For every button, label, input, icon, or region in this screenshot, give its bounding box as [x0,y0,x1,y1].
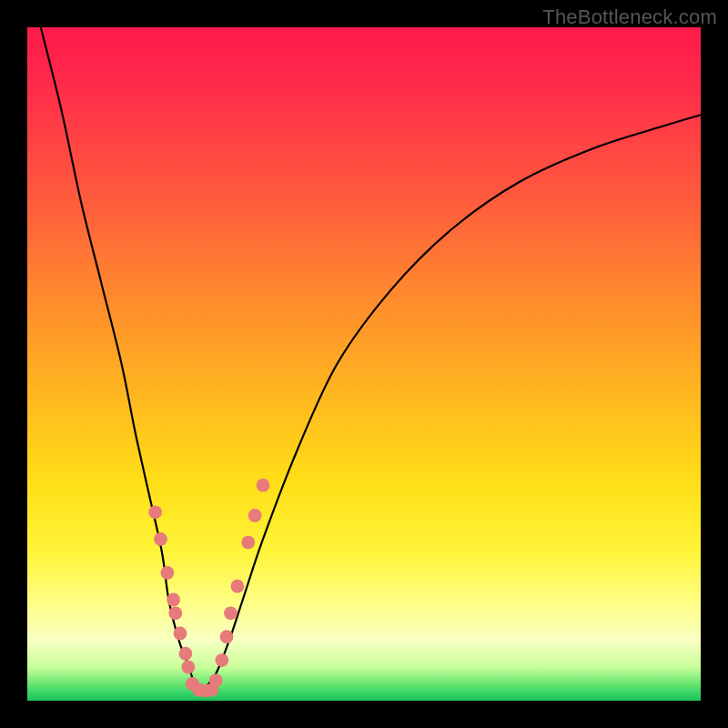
valley-marker [167,593,180,607]
valley-marker [168,606,182,620]
valley-marker [174,627,187,641]
valley-marker [241,536,255,550]
curve-left-arm [41,27,203,691]
valley-marker [230,580,244,593]
valley-marker [257,479,270,492]
valley-marker [181,661,195,674]
valley-marker [209,673,223,687]
valley-marker [220,630,234,643]
valley-marker [154,532,167,546]
valley-marker [248,509,262,522]
curve-layer [27,27,701,701]
watermark-text: TheBottleneck.com [542,5,717,29]
curve-right-arm [202,115,701,691]
plot-area [27,27,701,701]
valley-marker [224,606,238,620]
chart-frame: TheBottleneck.com [0,0,728,728]
valley-marker [148,505,162,519]
valley-marker [179,647,193,661]
valley-marker [215,653,228,667]
valley-marker [161,566,175,580]
